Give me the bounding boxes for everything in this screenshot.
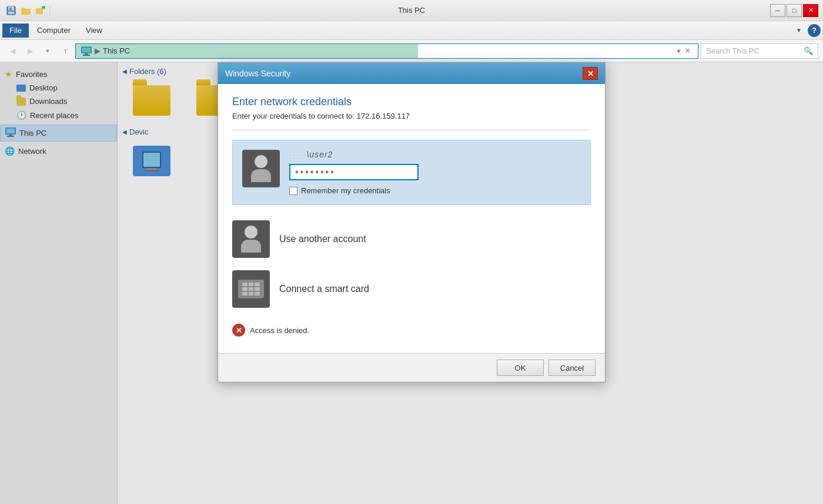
menu-dropdown-arrow[interactable]: ▼ <box>792 24 805 37</box>
save-icon[interactable] <box>5 4 18 17</box>
smart-card-label: Connect a smart card <box>279 284 369 294</box>
another-account-avatar <box>232 220 270 258</box>
back-button[interactable]: ◀ <box>5 43 20 59</box>
dialog-footer: OK Cancel <box>218 353 605 382</box>
address-input[interactable]: ▶ This PC ▼ ✕ <box>75 43 698 59</box>
another-account-option[interactable]: Use another account <box>232 214 591 264</box>
window-controls: ─ □ ✕ <box>770 4 818 17</box>
menu-bar-right: ▼ ? <box>792 24 821 37</box>
smart-card-option[interactable]: Connect a smart card <box>232 264 591 314</box>
quick-access-toolbar: + | <box>5 4 51 17</box>
ok-button[interactable]: OK <box>497 359 544 376</box>
remember-checkbox[interactable] <box>289 187 297 195</box>
another-avatar-body <box>241 240 261 253</box>
search-icon: 🔍 <box>804 46 813 55</box>
username-display: ·····\user2 <box>289 150 581 159</box>
close-button[interactable]: ✕ <box>803 4 818 17</box>
remember-row: Remember my credentials <box>289 186 581 195</box>
computer-menu[interactable]: Computer <box>30 23 78 38</box>
username-text: \user2 <box>306 150 333 159</box>
menu-bar: File Computer View ▼ ? <box>0 21 823 40</box>
dialog-overlay: Windows Security ✕ Enter network credent… <box>0 62 823 504</box>
svg-rect-10 <box>83 55 90 56</box>
dialog-divider <box>232 130 591 130</box>
maximize-button[interactable]: □ <box>787 4 802 17</box>
folder-icon[interactable] <box>19 4 32 17</box>
address-chevron: ▼ <box>675 48 682 55</box>
window-title: This PC <box>398 6 425 15</box>
smart-card-grid <box>242 283 260 295</box>
dialog-titlebar: Windows Security ✕ <box>218 63 605 84</box>
avatar-head <box>255 155 267 168</box>
credential-section: ·····\user2 Remember my credentials <box>232 140 591 205</box>
help-button[interactable]: ? <box>808 24 821 37</box>
search-box[interactable]: Search This PC 🔍 <box>701 43 818 59</box>
forward-button[interactable]: ▶ <box>22 43 38 59</box>
pc-icon <box>81 45 92 57</box>
svg-text:+: + <box>42 6 45 10</box>
search-placeholder: Search This PC <box>706 46 760 55</box>
separator: | <box>49 5 51 16</box>
svg-rect-8 <box>82 48 91 52</box>
another-avatar-head <box>245 226 257 238</box>
title-bar-left: + | <box>5 4 51 17</box>
dialog-subtext: Enter your credentials to connect to: 17… <box>232 112 591 120</box>
smart-card-inner <box>238 280 264 298</box>
dialog-title: Windows Security <box>225 69 290 78</box>
windows-security-dialog: Windows Security ✕ Enter network credent… <box>218 62 605 382</box>
error-row: ✕ Access is denied. <box>232 319 591 341</box>
avatar-person <box>251 155 271 182</box>
minimize-button[interactable]: ─ <box>770 4 785 17</box>
error-text: Access is denied. <box>250 326 309 335</box>
credential-fields: ·····\user2 Remember my credentials <box>289 150 581 195</box>
new-folder-icon[interactable]: + <box>34 4 47 17</box>
error-icon: ✕ <box>232 324 245 337</box>
user-avatar <box>242 150 280 187</box>
address-text: This PC <box>103 46 130 55</box>
svg-rect-2 <box>9 8 12 11</box>
cancel-button[interactable]: Cancel <box>548 359 595 376</box>
up-button[interactable]: ↑ <box>58 43 73 59</box>
dropdown-arrow[interactable]: ▼ <box>40 43 55 59</box>
dialog-body: Enter network credentials Enter your cre… <box>218 84 605 353</box>
remember-label: Remember my credentials <box>301 186 390 195</box>
svg-rect-3 <box>8 12 14 14</box>
title-bar: + | This PC ─ □ ✕ <box>0 0 823 21</box>
address-clear[interactable]: ✕ <box>682 46 693 55</box>
another-avatar-person <box>241 226 261 253</box>
password-input[interactable] <box>289 164 419 180</box>
address-bar: ◀ ▶ ▼ ↑ ▶ This PC ▼ ✕ Search This PC 🔍 <box>0 40 823 62</box>
file-menu[interactable]: File <box>2 23 29 38</box>
another-account-label: Use another account <box>279 234 366 244</box>
dialog-close-button[interactable]: ✕ <box>583 67 598 80</box>
dialog-heading: Enter network credentials <box>232 96 591 108</box>
avatar-body <box>251 169 271 182</box>
username-blur: ····· <box>289 150 306 159</box>
main-area: ★ Favorites Desktop Downloads 🕐 Recent p… <box>0 62 823 504</box>
smart-card-avatar <box>232 270 270 308</box>
view-menu[interactable]: View <box>79 23 109 38</box>
